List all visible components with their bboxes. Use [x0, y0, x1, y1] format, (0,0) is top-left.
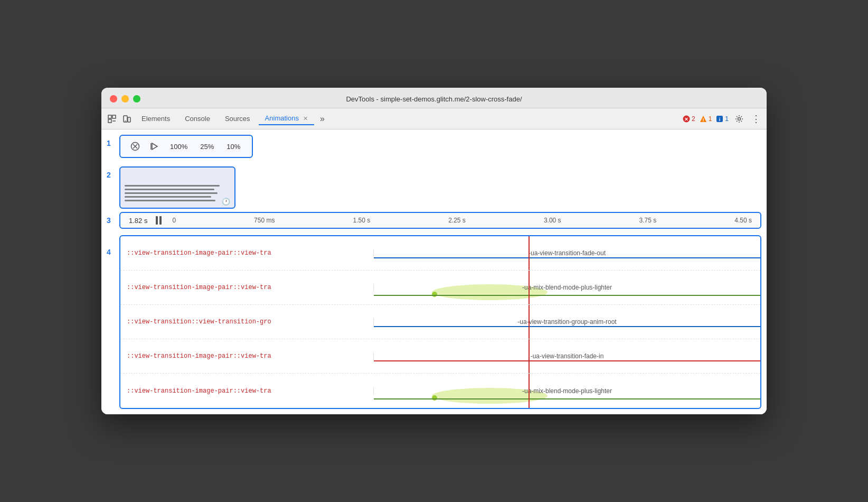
device-icon[interactable] — [120, 113, 133, 125]
clear-button[interactable] — [128, 139, 143, 154]
settings-icon[interactable] — [733, 113, 746, 125]
track-line-red-4 — [374, 360, 760, 361]
track-dot-green-2 — [432, 292, 437, 297]
anim-line-3 — [125, 192, 218, 194]
window-title: DevTools - simple-set-demos.glitch.me/2-… — [346, 95, 522, 103]
pause-bar-left — [156, 216, 158, 225]
scrubber-line-3 — [529, 305, 530, 339]
maximize-button[interactable] — [133, 95, 140, 103]
anim-line-5 — [125, 200, 215, 201]
anim-row-4[interactable]: ::view-transition-image-pair::view-tra -… — [120, 339, 760, 374]
track-line-blue-3 — [374, 326, 760, 327]
svg-rect-5 — [128, 117, 130, 122]
anim-track-3: -ua-view-transition-group-anim-root — [374, 305, 760, 339]
tab-sources[interactable]: Sources — [219, 113, 257, 125]
tick-450s: 4.50 s — [734, 217, 752, 224]
track-line-green-5 — [374, 398, 760, 399]
pause-button[interactable] — [156, 216, 162, 225]
anim-selector-2: ::view-transition-image-pair::view-tra — [120, 284, 374, 291]
toolbar-right: ✕ 2 ! 1 i 1 ⋮ — [683, 113, 762, 125]
inspect-icon[interactable] — [106, 113, 118, 125]
label-3: 3 — [107, 216, 115, 225]
anim-track-1: -ua-view-transition-fade-out — [374, 236, 760, 270]
svg-point-13 — [738, 117, 741, 120]
anim-label-5: -ua-mix-blend-mode-plus-lighter — [522, 387, 612, 395]
timeline-header: 1.82 s 0 750 ms 1.50 s 2.25 s 3.00 s 3.7… — [119, 212, 761, 229]
tab-close-icon[interactable]: ✕ — [303, 115, 308, 122]
anim-label-3: -ua-view-transition-group-anim-root — [517, 318, 616, 326]
scrubber-line-1 — [529, 236, 530, 270]
svg-rect-1 — [112, 115, 116, 118]
traffic-lights — [110, 95, 140, 103]
menu-icon[interactable]: ⋮ — [750, 113, 762, 125]
speed-100[interactable]: 100% — [166, 142, 192, 152]
anim-line-2 — [125, 189, 214, 190]
time-icon: 🕐 — [222, 198, 230, 206]
more-tabs-icon[interactable]: » — [316, 113, 329, 125]
minimize-button[interactable] — [121, 95, 129, 103]
anim-row-1[interactable]: ::view-transition-image-pair::view-tra -… — [120, 236, 760, 271]
animation-list: ::view-transition-image-pair::view-tra -… — [119, 235, 761, 409]
info-badge: i 1 — [716, 115, 729, 123]
preview-row: 2 🕐 — [107, 166, 761, 209]
anim-label-1: -ua-view-transition-fade-out — [529, 249, 606, 257]
pause-bar-right — [159, 216, 162, 225]
warning-badge: ! 1 — [700, 115, 712, 123]
devtools-window: DevTools - simple-set-demos.glitch.me/2-… — [101, 88, 767, 414]
tick-225s: 2.25 s — [448, 217, 466, 224]
svg-rect-2 — [108, 119, 111, 123]
animation-preview: 🕐 — [119, 166, 235, 209]
error-badge: ✕ 2 — [683, 115, 695, 123]
track-line-green-2 — [374, 295, 760, 296]
close-button[interactable] — [110, 95, 117, 103]
animation-controls: 100% 25% 10% — [119, 135, 253, 158]
label-1: 1 — [107, 139, 115, 147]
timeline-row: 3 1.82 s 0 750 ms 1.50 s 2.25 s 3.00 s 3… — [107, 212, 761, 232]
anim-label-4: -ua-view-transition-fade-in — [531, 352, 604, 360]
svg-text:i: i — [719, 117, 721, 122]
label-2: 2 — [107, 171, 115, 179]
anim-line-1 — [125, 185, 220, 187]
anim-label-2: -ua-mix-blend-mode-plus-lighter — [522, 284, 612, 291]
play-button[interactable] — [147, 139, 162, 154]
tab-elements[interactable]: Elements — [135, 113, 176, 125]
current-time: 1.82 s — [129, 217, 147, 225]
tick-750ms: 750 ms — [254, 217, 275, 224]
animation-lines — [125, 185, 230, 201]
anim-track-4: -ua-view-transition-fade-in — [374, 339, 760, 373]
timeline-ruler: 0 750 ms 1.50 s 2.25 s 3.00 s 3.75 s 4.5… — [172, 217, 752, 224]
toolbar: Elements Console Sources Animations ✕ » … — [101, 108, 767, 129]
svg-rect-0 — [108, 115, 111, 118]
titlebar: DevTools - simple-set-demos.glitch.me/2-… — [101, 88, 767, 108]
anim-selector-3: ::view-transition::view-transition-gro — [120, 318, 374, 326]
track-dot-green-5 — [432, 395, 437, 401]
controls-row: 1 100% 25% 10% — [107, 135, 761, 163]
anim-selector-5: ::view-transition-image-pair::view-tra — [120, 387, 374, 395]
anim-selector-4: ::view-transition-image-pair::view-tra — [120, 352, 374, 360]
animations-row: 4 ::view-transition-image-pair::view-tra… — [107, 235, 761, 409]
scrubber-line-5 — [529, 374, 530, 408]
tab-console[interactable]: Console — [178, 113, 216, 125]
tick-0: 0 — [172, 217, 176, 224]
tick-300s: 3.00 s — [544, 217, 561, 224]
devtools-body: 1 100% 25% 10% — [101, 129, 767, 414]
scrubber-line-2 — [529, 271, 530, 304]
anim-row-5[interactable]: ::view-transition-image-pair::view-tra -… — [120, 374, 760, 408]
anim-row-2[interactable]: ::view-transition-image-pair::view-tra -… — [120, 271, 760, 305]
scrubber-line-4 — [529, 339, 530, 373]
track-line-blue-1 — [374, 257, 760, 258]
tab-animations[interactable]: Animations ✕ — [259, 112, 314, 125]
anim-track-2: -ua-mix-blend-mode-plus-lighter — [374, 271, 760, 304]
svg-text:!: ! — [702, 117, 704, 122]
anim-track-5: -ua-mix-blend-mode-plus-lighter — [374, 374, 760, 408]
label-4: 4 — [107, 248, 115, 256]
anim-row-3[interactable]: ::view-transition::view-transition-gro -… — [120, 305, 760, 339]
anim-selector-1: ::view-transition-image-pair::view-tra — [120, 249, 374, 257]
speed-25[interactable]: 25% — [196, 142, 218, 152]
anim-line-4 — [125, 196, 211, 198]
svg-marker-17 — [152, 143, 157, 150]
speed-10[interactable]: 10% — [222, 142, 244, 152]
tick-150s: 1.50 s — [353, 217, 370, 224]
tick-375s: 3.75 s — [639, 217, 657, 224]
svg-text:✕: ✕ — [684, 117, 688, 122]
